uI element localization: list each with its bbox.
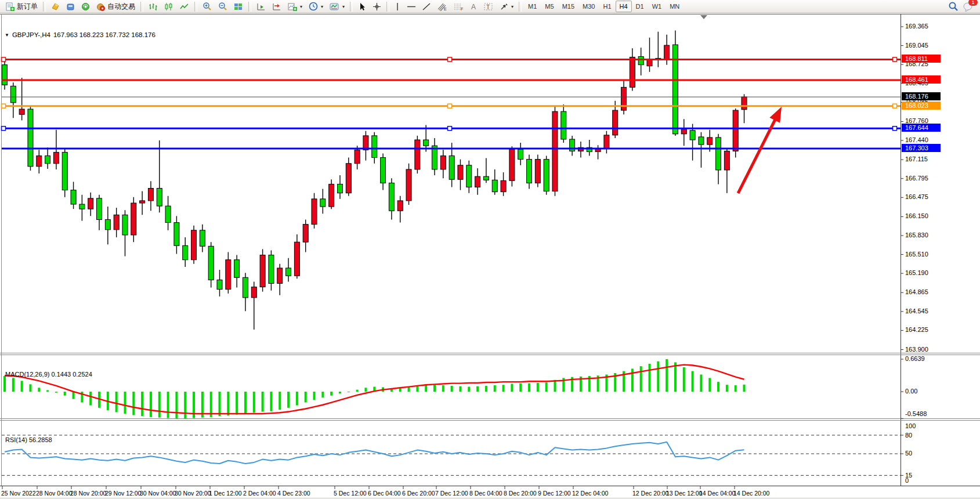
svg-text:E: E — [444, 7, 447, 11]
chart-canvas[interactable] — [0, 14, 980, 499]
chevron-down-icon: ▾ — [511, 4, 513, 9]
tf-button-M30[interactable]: M30 — [578, 1, 599, 12]
tile-windows-icon — [234, 2, 243, 11]
data-window-button[interactable] — [63, 1, 78, 12]
date-axis-label: 30 Nov 20:00 — [175, 490, 211, 497]
macd-axis-tick: -0.5488 — [905, 410, 946, 417]
periods-button[interactable]: ▾ — [306, 1, 326, 12]
tf-button-M1[interactable]: M1 — [524, 1, 541, 12]
fibonacci-icon: E — [437, 2, 447, 11]
chart-shift-icon — [272, 2, 281, 11]
vertical-line-icon — [395, 2, 400, 11]
line-chart-icon — [180, 2, 189, 11]
toolbar-separator — [519, 2, 522, 12]
indicators-button[interactable]: ▾ — [285, 1, 305, 12]
zoom-in-button[interactable] — [200, 1, 215, 12]
candlestick-chart-icon — [164, 2, 173, 11]
trendline-tool-button[interactable] — [420, 1, 434, 12]
notifications-icon[interactable]: 1 — [963, 2, 974, 12]
rsi-axis-tick: 80 — [905, 432, 946, 439]
arrows-icon — [500, 2, 508, 11]
tf-button-H4[interactable]: H4 — [616, 1, 632, 12]
toolbar-separator — [248, 2, 251, 12]
data-window-icon — [66, 2, 75, 11]
date-axis-label: 6 Dec 20:00 — [402, 490, 435, 497]
tile-windows-button[interactable] — [231, 1, 246, 12]
crosshair-icon — [373, 2, 381, 11]
cursor-icon — [358, 2, 366, 11]
horizontal-line-tool-button[interactable] — [404, 1, 419, 12]
new-order-button[interactable]: 新订单 — [3, 1, 41, 12]
cursor-tool-button[interactable] — [355, 1, 369, 12]
date-axis-label: 13 Dec 12:00 — [666, 490, 702, 497]
chart-window[interactable]: ▼ GBPJPY-,H4 167.963 168.223 167.732 168… — [0, 14, 980, 499]
date-axis-label: 25 Nov 2022 — [1, 490, 36, 497]
indicators-icon — [288, 2, 297, 11]
date-axis-label: 5 Dec 12:00 — [334, 490, 367, 497]
grid-tool-button[interactable]: F — [451, 1, 467, 12]
market-watch-button[interactable] — [48, 1, 63, 12]
price-axis-tick: 164.225 — [905, 326, 946, 333]
chart-shift-button[interactable] — [269, 1, 284, 12]
line-chart-button[interactable] — [177, 1, 192, 12]
ohlc-readout: 167.963 168.223 167.732 168.176 — [53, 31, 156, 38]
date-axis-label: 12 Dec 20:00 — [632, 490, 668, 497]
price-axis-tick: 169.365 — [905, 23, 946, 30]
date-axis-label: 6 Dec 04:00 — [368, 490, 401, 497]
price-badge-168.023: 168.023 — [902, 102, 941, 110]
tf-button-M15[interactable]: M15 — [558, 1, 578, 12]
text-icon: A — [470, 2, 478, 11]
chevron-down-icon: ▾ — [300, 4, 302, 9]
toolbar-separator — [140, 2, 143, 12]
mt4-window: { "toolbar": { "new_order_label": "新订单",… — [0, 0, 980, 499]
signals-button[interactable] — [78, 1, 93, 12]
templates-button[interactable]: ▾ — [327, 1, 348, 12]
date-axis-label: 2 Dec 04:00 — [243, 490, 276, 497]
toolbar-separator — [386, 2, 389, 12]
auto-scroll-button[interactable] — [254, 1, 269, 12]
arrows-tool-button[interactable]: ▾ — [497, 1, 516, 12]
symbol-period-label: GBPJPY-,H4 — [12, 31, 50, 38]
price-axis-tick: 165.190 — [905, 269, 946, 276]
tf-button-W1[interactable]: W1 — [648, 1, 666, 12]
text-tool-button[interactable]: A — [467, 1, 480, 12]
macd-axis-tick: 0.00 — [905, 388, 946, 395]
new-order-icon — [6, 2, 15, 11]
auto-trading-label: 自动交易 — [107, 2, 135, 12]
chevron-down-icon[interactable]: ▼ — [5, 32, 9, 38]
date-axis-label: 28 Nov 20:00 — [70, 490, 106, 497]
tf-button-MN[interactable]: MN — [666, 1, 684, 12]
new-order-label: 新订单 — [17, 2, 38, 12]
grid-icon: F — [454, 2, 464, 11]
svg-text:T: T — [486, 3, 490, 10]
market-icon — [51, 2, 60, 11]
tf-button-M5[interactable]: M5 — [541, 1, 558, 12]
vertical-line-tool-button[interactable] — [392, 1, 403, 12]
chevron-down-icon: ▾ — [342, 4, 345, 9]
candlestick-chart-button[interactable] — [161, 1, 176, 12]
price-axis-tick: 164.545 — [905, 308, 946, 314]
search-icon[interactable] — [948, 1, 959, 12]
tf-button-H1[interactable]: H1 — [599, 1, 615, 12]
fibonacci-tool-button[interactable]: E — [435, 1, 450, 12]
rsi-axis-tick: 50 — [905, 450, 946, 457]
rsi-axis-tick: 100 — [905, 422, 946, 429]
zoom-out-button[interactable] — [215, 1, 230, 12]
date-axis-label: 12 Dec 04:00 — [572, 490, 608, 497]
date-axis-label: 4 Dec 23:00 — [277, 490, 310, 497]
price-axis-tick: 166.475 — [905, 193, 946, 200]
date-axis-label: 14 Dec 04:00 — [699, 490, 735, 497]
text-label-tool-button[interactable]: T — [481, 1, 496, 12]
date-axis-label: 8 Dec 04:00 — [469, 490, 502, 497]
zoom-out-icon — [218, 2, 227, 11]
clock-icon — [309, 2, 318, 11]
price-badge-167.644: 167.644 — [902, 124, 941, 132]
auto-trading-button[interactable]: 自动交易 — [93, 1, 138, 12]
rsi-label: RSI(14) 56.2858 — [5, 436, 52, 443]
tf-button-D1[interactable]: D1 — [632, 1, 648, 12]
bar-chart-button[interactable] — [146, 1, 161, 12]
timeframe-toolbar: M1M5M15M30H1H4D1W1MN — [524, 1, 684, 12]
date-axis-label: 9 Dec 12:00 — [538, 490, 571, 497]
rsi-axis-tick: 0 — [905, 477, 946, 484]
crosshair-tool-button[interactable] — [370, 1, 384, 12]
